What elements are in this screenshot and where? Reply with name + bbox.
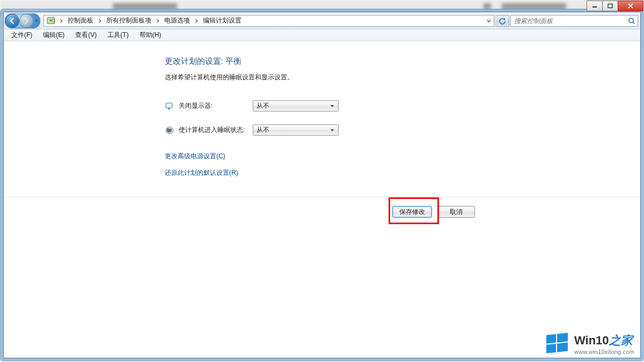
chevron-right-icon[interactable] — [193, 19, 200, 23]
watermark-url: www.win10xitong.com — [574, 349, 634, 355]
window-maximize-button[interactable] — [602, 1, 618, 11]
menu-tools[interactable]: 工具(T) — [102, 29, 134, 41]
svg-rect-15 — [557, 343, 568, 352]
svg-rect-14 — [546, 344, 556, 353]
svg-point-7 — [629, 18, 633, 23]
setting-row-display-off: 关闭显示器: 从不 — [165, 100, 640, 112]
nav-history-dropdown[interactable] — [33, 14, 40, 28]
watermark-brand-suf: 之家 — [609, 334, 633, 347]
nav-bar: 控制面板 所有控制面板项 电源选项 编辑计划设置 — [4, 12, 640, 29]
display-off-value: 从不 — [257, 101, 328, 110]
address-bar[interactable]: 控制面板 所有控制面板项 电源选项 编辑计划设置 — [43, 15, 494, 27]
address-dropdown[interactable] — [484, 16, 494, 26]
svg-rect-6 — [52, 19, 54, 22]
svg-line-8 — [633, 22, 635, 24]
nav-back-button[interactable] — [5, 14, 19, 28]
window-caption-buttons — [587, 1, 643, 11]
page-heading: 更改计划的设置: 平衡 — [165, 56, 640, 67]
breadcrumb-item-control-panel[interactable]: 控制面板 — [64, 16, 97, 26]
nav-back-forward-group — [5, 13, 40, 28]
display-off-label: 关闭显示器: — [179, 101, 253, 110]
links-group: 更改高级电源设置(C) 还原此计划的默认设置(R) — [165, 152, 640, 178]
window-close-button[interactable] — [618, 1, 643, 11]
link-restore-defaults[interactable]: 还原此计划的默认设置(R) — [165, 168, 640, 178]
watermark-brand-pre: Win10 — [574, 334, 609, 347]
menu-view[interactable]: 查看(V) — [70, 29, 102, 41]
display-off-combo[interactable]: 从不 — [253, 100, 339, 112]
menu-file[interactable]: 文件(F) — [6, 29, 38, 41]
svg-rect-9 — [166, 103, 172, 108]
footer-buttons: 保存修改 取消 — [4, 197, 640, 218]
svg-rect-1 — [608, 4, 612, 8]
content-area: 更改计划的设置: 平衡 选择希望计算机使用的睡眠设置和显示设置。 关闭显示器: … — [4, 41, 640, 358]
save-button[interactable]: 保存修改 — [392, 206, 432, 218]
svg-rect-12 — [546, 334, 556, 344]
control-panel-window: 控制面板 所有控制面板项 电源选项 编辑计划设置 文 — [3, 12, 641, 358]
control-panel-icon — [46, 16, 56, 26]
breadcrumb-item-edit-plan[interactable]: 编辑计划设置 — [200, 16, 245, 26]
chevron-right-icon[interactable] — [58, 19, 64, 23]
refresh-button[interactable] — [495, 15, 509, 27]
watermark: Win10之家 www.win10xitong.com — [545, 332, 634, 356]
sleep-combo[interactable]: 从不 — [253, 124, 339, 136]
search-box[interactable] — [510, 15, 638, 27]
window-minimize-button[interactable] — [587, 1, 603, 11]
svg-rect-10 — [168, 108, 170, 109]
moon-icon — [165, 125, 174, 135]
sleep-value: 从不 — [257, 125, 328, 135]
cancel-button[interactable]: 取消 — [437, 206, 475, 218]
windows-logo-icon — [545, 332, 569, 356]
svg-point-5 — [49, 19, 52, 21]
chevron-right-icon[interactable] — [97, 19, 103, 23]
menu-bar: 文件(F) 编辑(E) 查看(V) 工具(T) 帮助(H) — [4, 29, 640, 41]
nav-forward-button[interactable] — [19, 14, 33, 28]
page-subtext: 选择希望计算机使用的睡眠设置和显示设置。 — [165, 73, 640, 82]
menu-edit[interactable]: 编辑(E) — [38, 29, 70, 41]
search-input[interactable] — [511, 17, 626, 25]
setting-row-sleep: 使计算机进入睡眠状态: 从不 — [165, 124, 640, 136]
menu-help[interactable]: 帮助(H) — [134, 29, 167, 41]
svg-rect-13 — [557, 333, 568, 343]
chevron-right-icon[interactable] — [155, 19, 161, 23]
breadcrumb-item-all-items[interactable]: 所有控制面板项 — [103, 16, 155, 26]
chevron-down-icon — [328, 104, 336, 108]
monitor-icon — [165, 101, 174, 111]
breadcrumb-item-power-options[interactable]: 电源选项 — [161, 16, 193, 26]
chevron-down-icon — [328, 128, 336, 132]
search-icon[interactable] — [626, 17, 638, 25]
link-advanced-settings[interactable]: 更改高级电源设置(C) — [165, 152, 640, 161]
sleep-label: 使计算机进入睡眠状态: — [179, 125, 253, 135]
